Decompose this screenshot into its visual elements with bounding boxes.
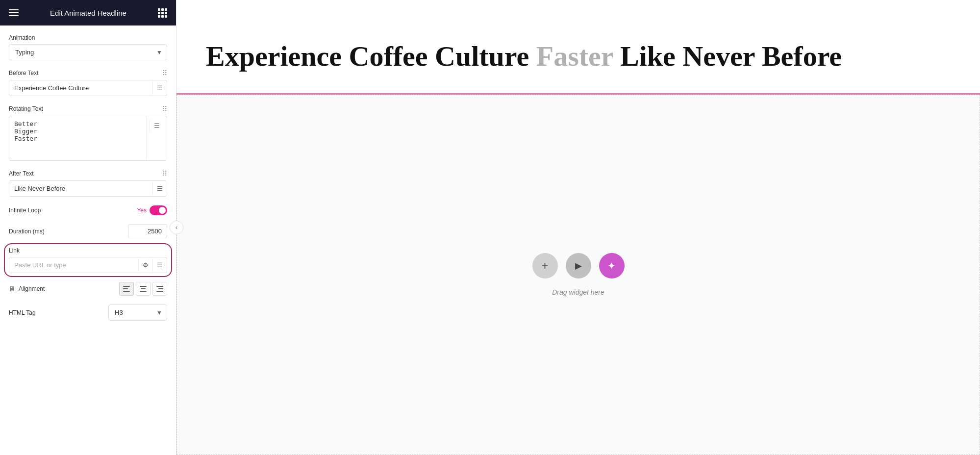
svg-rect-4 [141,288,146,289]
after-text-drag-icon[interactable]: ⠿ [162,170,167,177]
align-center-btn[interactable] [136,282,151,296]
svg-rect-3 [140,286,147,287]
after-text-label: After Text [9,170,33,177]
html-tag-select[interactable]: H3 H1 H2 H4 div span [108,304,167,321]
align-right-btn[interactable] [152,282,167,296]
before-text-input-wrapper: ☰ [9,80,167,96]
html-tag-row: HTML Tag H3 H1 H2 H4 div span ▼ [9,304,167,321]
animation-label: Animation [9,34,35,41]
animation-select-wrapper: Typing ▼ [9,44,167,60]
html-tag-select-wrapper: H3 H1 H2 H4 div span ▼ [108,304,167,321]
rotating-text-wrapper: Better Bigger Faster ☰ [9,116,167,161]
duration-label: Duration (ms) [9,228,45,235]
collapse-panel-btn[interactable]: ‹ [170,221,183,234]
rotating-text-list-btn[interactable]: ☰ [150,119,164,132]
rotating-text-icon-col: ☰ [146,116,167,160]
widget-buttons: + ▶ ✦ [532,253,625,278]
alignment-row: 🖥 Alignment [9,282,167,296]
duration-row: Duration (ms) [9,224,167,238]
html-tag-label: HTML Tag [9,309,36,316]
link-input-wrapper: ⚙ ☰ [9,257,167,273]
add-widget-btn[interactable]: + [532,253,558,278]
panel-header: Edit Animated Headline [0,0,176,25]
infinite-loop-slider [150,205,167,215]
monitor-icon: 🖥 [9,285,16,293]
rotating-text-label: Rotating Text [9,105,43,112]
headline-rotating: Faster [536,40,613,72]
headline-section: Experience Coffee Culture Faster Like Ne… [176,0,980,95]
after-text-input-wrapper: ☰ [9,180,167,197]
infinite-loop-row: Infinite Loop Yes [9,205,167,215]
duration-input[interactable] [128,224,167,238]
rotating-text-textarea[interactable]: Better Bigger Faster [9,116,146,160]
after-text-field: After Text ⠿ ☰ [9,170,167,197]
align-left-btn[interactable] [119,282,134,296]
alignment-buttons [119,282,167,296]
link-list-btn[interactable]: ☰ [152,258,167,272]
svg-rect-5 [140,291,147,292]
after-text-list-btn[interactable]: ☰ [152,182,167,195]
svg-rect-6 [156,286,163,287]
before-text-input[interactable] [9,80,152,96]
headline-before: Experience Coffee Culture [206,40,536,72]
headline-after: Like Never Before [613,40,842,72]
svg-rect-0 [123,286,130,287]
before-text-field: Before Text ⠿ ☰ [9,69,167,96]
before-text-list-btn[interactable]: ☰ [152,81,167,95]
before-text-drag-icon[interactable]: ⠿ [162,69,167,77]
alignment-label: 🖥 Alignment [9,285,45,293]
link-settings-btn[interactable]: ⚙ [138,258,152,272]
before-text-label: Before Text [9,70,38,76]
link-label: Link [9,247,20,254]
panel-content: Animation Typing ▼ Before Text ⠿ ☰ [0,25,176,455]
canvas-area: Experience Coffee Culture Faster Like Ne… [176,0,980,455]
rotating-text-field: Rotating Text ⠿ Better Bigger Faster ☰ [9,105,167,161]
infinite-loop-label: Infinite Loop [9,207,41,214]
link-section: Link ⚙ ☰ [9,247,167,273]
svg-rect-7 [158,288,163,289]
infinite-loop-yes-label: Yes [137,207,147,214]
infinite-loop-toggle[interactable] [150,205,167,215]
svg-rect-2 [123,291,130,292]
svg-rect-1 [123,288,128,289]
grid-icon[interactable] [158,8,167,18]
rotating-text-drag-icon[interactable]: ⠿ [162,105,167,113]
widget-drop-area[interactable]: + ▶ ✦ Drag widget here [176,95,980,455]
sparkle-widget-btn[interactable]: ✦ [599,253,625,278]
svg-rect-8 [156,291,163,292]
left-panel: Edit Animated Headline Animation Typing … [0,0,176,455]
right-panel: Experience Coffee Culture Faster Like Ne… [176,0,980,455]
panel-title: Edit Animated Headline [50,9,126,17]
folder-widget-btn[interactable]: ▶ [566,253,591,278]
link-input[interactable] [9,257,138,273]
after-text-input[interactable] [9,181,152,196]
hamburger-menu-icon[interactable] [9,9,19,16]
infinite-loop-toggle-container: Yes [137,205,167,215]
drag-widget-text: Drag widget here [552,288,604,296]
animation-select[interactable]: Typing [9,44,167,60]
headline-text: Experience Coffee Culture Faster Like Ne… [206,39,951,74]
animation-field: Animation Typing ▼ [9,34,167,60]
